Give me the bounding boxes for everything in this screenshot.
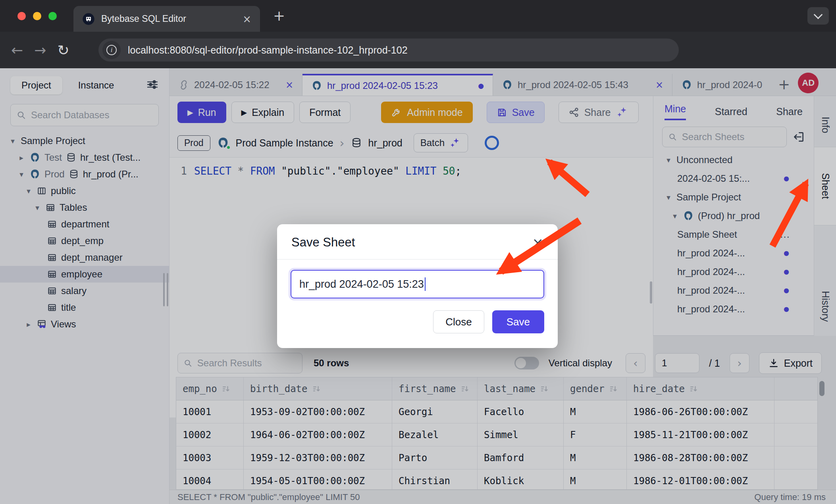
back-button[interactable]: ← bbox=[11, 42, 23, 58]
info-icon: i bbox=[106, 45, 117, 55]
forward-button[interactable]: → bbox=[34, 42, 46, 58]
sheet-name-value: hr_prod 2024-02-05 15:23 bbox=[299, 278, 424, 290]
save-sheet-modal: Save Sheet × hr_prod 2024-02-05 15:23 Cl… bbox=[277, 224, 558, 348]
bytebase-favicon bbox=[82, 13, 95, 25]
new-tab-button[interactable]: + bbox=[273, 9, 285, 23]
macos-zoom-button[interactable] bbox=[48, 12, 57, 20]
browser-tab-title: Bytebase SQL Editor bbox=[101, 13, 236, 24]
modal-divider bbox=[277, 259, 558, 260]
browser-tabstrip: Bytebase SQL Editor × + bbox=[0, 0, 836, 32]
text-cursor bbox=[425, 277, 426, 291]
macos-close-button[interactable] bbox=[17, 12, 26, 20]
screen: Bytebase SQL Editor × + ← → ↻ i localhos… bbox=[0, 0, 836, 504]
modal-save-button[interactable]: Save bbox=[492, 310, 544, 333]
modal-actions: Close Save bbox=[277, 298, 558, 345]
url-text: localhost:8080/sql-editor/prod-sample-in… bbox=[128, 44, 408, 56]
modal-title: Save Sheet bbox=[291, 235, 355, 250]
url-bar[interactable]: i localhost:8080/sql-editor/prod-sample-… bbox=[98, 38, 679, 62]
browser-navbar: ← → ↻ i localhost:8080/sql-editor/prod-s… bbox=[0, 32, 836, 68]
modal-close-button[interactable]: Close bbox=[433, 310, 484, 333]
modal-header: Save Sheet × bbox=[277, 224, 558, 259]
modal-close-icon[interactable]: × bbox=[532, 235, 544, 250]
browser-tab-close-icon[interactable]: × bbox=[243, 13, 251, 25]
sheet-name-input[interactable]: hr_prod 2024-02-05 15:23 bbox=[291, 270, 544, 298]
macos-minimize-button[interactable] bbox=[33, 12, 41, 20]
site-info-button[interactable]: i bbox=[102, 41, 121, 59]
browser-tab[interactable]: Bytebase SQL Editor × bbox=[73, 6, 260, 32]
tab-search-button[interactable] bbox=[807, 7, 829, 25]
chevron-down-icon bbox=[814, 10, 823, 19]
reload-button[interactable]: ↻ bbox=[57, 42, 69, 58]
